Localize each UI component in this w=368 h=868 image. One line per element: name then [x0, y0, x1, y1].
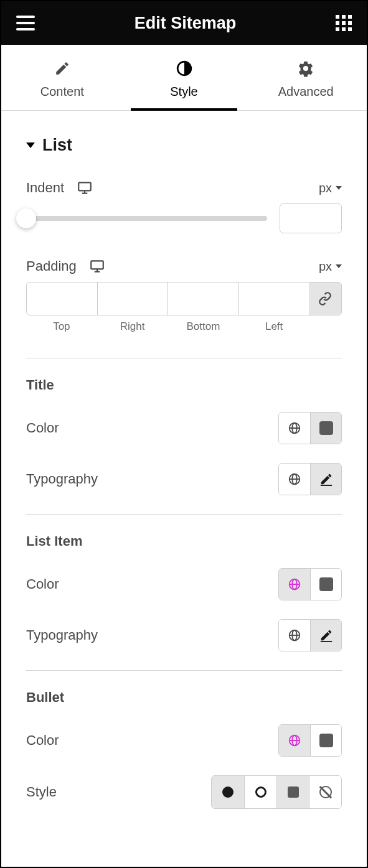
- padding-label-group: Padding: [26, 258, 105, 274]
- listitem-typography-label: Typography: [26, 627, 98, 643]
- indent-unit-label: px: [319, 181, 332, 195]
- listitem-typography-row: Typography: [26, 619, 342, 651]
- bullet-style-control: [211, 775, 342, 809]
- circle-icon: [255, 786, 267, 798]
- caret-down-icon: [26, 142, 35, 148]
- tab-style-label: Style: [170, 85, 197, 99]
- bullet-style-row: Style: [26, 775, 342, 809]
- chevron-down-icon: [336, 264, 342, 268]
- svg-rect-1: [78, 182, 91, 190]
- bullet-square-button[interactable]: [276, 776, 309, 808]
- tab-style[interactable]: Style: [123, 45, 245, 110]
- page-title: Edit Sitemap: [134, 14, 237, 33]
- color-picker-button[interactable]: [310, 569, 341, 600]
- section-list-title: List: [42, 136, 72, 155]
- svg-rect-20: [320, 641, 331, 642]
- content-panel: List Indent px Padding px: [1, 111, 367, 861]
- listitem-heading: List Item: [26, 533, 342, 549]
- indent-label: Indent: [26, 180, 64, 196]
- bullet-style-label: Style: [26, 784, 57, 800]
- disc-icon: [222, 786, 234, 798]
- padding-bottom-label: Bottom: [168, 320, 239, 333]
- listitem-color-control: [278, 568, 342, 600]
- divider: [26, 358, 342, 358]
- contrast-icon: [176, 60, 193, 77]
- tab-content[interactable]: Content: [1, 45, 123, 110]
- title-color-control: [278, 412, 342, 444]
- padding-unit-label: px: [319, 259, 332, 274]
- tab-content-label: Content: [40, 85, 84, 99]
- indent-slider-row: [26, 203, 342, 233]
- globe-button[interactable]: [279, 569, 310, 600]
- header-bar: Edit Sitemap: [1, 1, 367, 45]
- listitem-typography-control: [278, 619, 342, 651]
- globe-button[interactable]: [279, 413, 310, 444]
- padding-right-input[interactable]: [98, 282, 168, 315]
- bullet-none-button[interactable]: [309, 776, 341, 808]
- padding-unit-select[interactable]: px: [319, 259, 342, 274]
- padding-row: Padding px: [26, 258, 342, 274]
- bullet-color-label: Color: [26, 732, 59, 749]
- padding-inputs: [26, 282, 342, 315]
- svg-rect-13: [320, 485, 331, 486]
- title-heading: Title: [26, 377, 342, 393]
- desktop-icon[interactable]: [77, 180, 93, 196]
- padding-left-input[interactable]: [239, 282, 309, 315]
- title-color-label: Color: [26, 420, 59, 436]
- edit-typography-button[interactable]: [310, 620, 341, 651]
- divider: [26, 670, 342, 671]
- padding-right-label: Right: [97, 320, 168, 333]
- chevron-down-icon: [336, 186, 342, 190]
- padding-top-label: Top: [26, 320, 97, 333]
- title-typography-row: Typography: [26, 463, 342, 495]
- svg-rect-4: [91, 261, 103, 269]
- title-color-row: Color: [26, 412, 342, 444]
- pencil-icon: [54, 60, 71, 77]
- bullet-color-row: Color: [26, 724, 342, 757]
- padding-left-label: Left: [238, 320, 309, 333]
- link-values-button[interactable]: [309, 282, 341, 315]
- indent-input[interactable]: [280, 203, 342, 233]
- indent-slider-thumb[interactable]: [16, 208, 36, 228]
- bullet-disc-button[interactable]: [212, 776, 244, 808]
- padding-top-input[interactable]: [27, 282, 97, 315]
- title-typography-control: [278, 463, 342, 495]
- globe-button[interactable]: [279, 464, 310, 495]
- desktop-icon[interactable]: [89, 258, 105, 274]
- indent-label-group: Indent: [26, 180, 93, 196]
- bullet-heading: Bullet: [26, 689, 342, 706]
- tab-advanced[interactable]: Advanced: [245, 45, 367, 110]
- tabs: Content Style Advanced: [1, 45, 367, 111]
- padding-bottom-input[interactable]: [168, 282, 238, 315]
- apps-icon[interactable]: [336, 15, 352, 31]
- divider: [26, 514, 342, 515]
- none-icon: [319, 786, 332, 798]
- globe-button[interactable]: [279, 620, 310, 651]
- color-picker-button[interactable]: [310, 725, 341, 756]
- gear-icon: [297, 60, 314, 77]
- padding-label: Padding: [26, 258, 77, 274]
- bullet-color-control: [278, 724, 342, 757]
- listitem-color-label: Color: [26, 576, 59, 592]
- padding-side-labels: Top Right Bottom Left: [26, 320, 342, 333]
- tab-advanced-label: Advanced: [278, 85, 334, 99]
- indent-unit-select[interactable]: px: [319, 181, 342, 195]
- indent-slider[interactable]: [26, 216, 267, 221]
- bullet-circle-button[interactable]: [244, 776, 276, 808]
- color-picker-button[interactable]: [310, 413, 341, 444]
- menu-icon[interactable]: [16, 16, 35, 30]
- title-typography-label: Typography: [26, 471, 98, 487]
- square-icon: [288, 786, 299, 798]
- section-list-toggle[interactable]: List: [26, 136, 342, 155]
- edit-typography-button[interactable]: [310, 464, 341, 495]
- listitem-color-row: Color: [26, 568, 342, 600]
- globe-button[interactable]: [279, 725, 310, 756]
- indent-row: Indent px: [26, 180, 342, 196]
